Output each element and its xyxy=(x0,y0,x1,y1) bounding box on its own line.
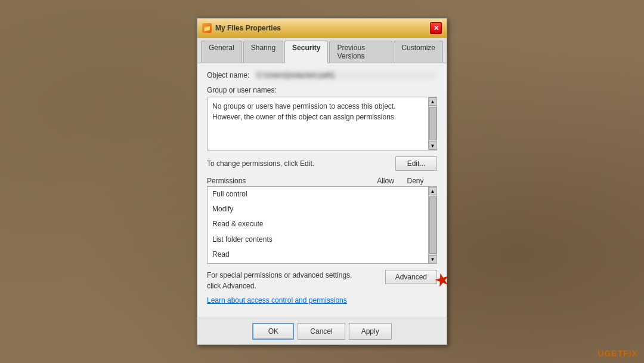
perm-row-read: Read xyxy=(208,247,436,262)
tab-bar: General Sharing Security Previous Versio… xyxy=(197,38,447,63)
window-title: My Files Properties xyxy=(215,24,281,32)
group-scrollbar[interactable]: ▲ ▼ xyxy=(428,97,436,150)
permissions-label: Permissions xyxy=(207,177,369,185)
perm-scrollbar[interactable]: ▲ ▼ xyxy=(428,187,436,263)
advanced-btn-wrap: Advanced ★ xyxy=(385,270,437,284)
perm-row-read-execute: Read & execute xyxy=(208,217,436,232)
object-name-value: C:\Users\[redacted path] xyxy=(254,70,437,80)
scrollbar-thumb[interactable] xyxy=(429,107,436,140)
permissions-box: Full control Modify Read & execute List … xyxy=(207,186,437,264)
dialog-window: 📁 My Files Properties ✕ General Sharing … xyxy=(197,18,447,345)
perm-scrollbar-thumb[interactable] xyxy=(429,196,436,254)
scrollbar-up-arrow[interactable]: ▲ xyxy=(429,97,437,106)
group-text-line2: However, the owner of this object can as… xyxy=(212,113,396,121)
apply-button[interactable]: Apply xyxy=(349,323,392,340)
advanced-text: For special permissions or advanced sett… xyxy=(207,270,379,291)
tab-customize[interactable]: Customize xyxy=(394,41,443,63)
permissions-header: Permissions Allow Deny xyxy=(207,177,437,185)
cancel-button[interactable]: Cancel xyxy=(298,323,345,340)
perm-scrollbar-up[interactable]: ▲ xyxy=(429,187,437,195)
tab-sharing[interactable]: Sharing xyxy=(243,41,283,63)
watermark: UGETFIX xyxy=(597,349,638,358)
perm-row-full-control: Full control xyxy=(208,187,436,202)
learn-link[interactable]: Learn about access control and permissio… xyxy=(207,296,437,304)
perm-row-modify: Modify xyxy=(208,202,436,217)
tab-general[interactable]: General xyxy=(201,41,242,63)
dialog-footer: OK Cancel Apply xyxy=(197,318,447,344)
advanced-text-line1: For special permissions or advanced sett… xyxy=(207,271,352,279)
group-text-line1: No groups or users have permission to ac… xyxy=(212,102,395,110)
advanced-text-line2: click Advanced. xyxy=(207,282,256,290)
close-button[interactable]: ✕ xyxy=(430,22,442,34)
tab-previous-versions[interactable]: Previous Versions xyxy=(329,41,392,63)
group-box: No groups or users have permission to ac… xyxy=(207,97,437,150)
dialog-content: Object name: C:\Users\[redacted path] Gr… xyxy=(197,63,447,318)
group-text: No groups or users have permission to ac… xyxy=(212,101,432,122)
advanced-row: For special permissions or advanced sett… xyxy=(207,270,437,291)
group-section-label: Group or user names: xyxy=(207,86,437,94)
perm-scrollbar-down[interactable]: ▼ xyxy=(429,255,437,263)
perm-row-list-folder: List folder contents xyxy=(208,232,436,247)
deny-label: Deny xyxy=(402,177,429,185)
edit-button[interactable]: Edit... xyxy=(395,156,437,171)
perm-row-write: Write xyxy=(208,262,436,264)
edit-text: To change permissions, click Edit. xyxy=(207,159,314,168)
tab-security[interactable]: Security xyxy=(284,41,328,63)
title-bar: 📁 My Files Properties ✕ xyxy=(197,19,447,38)
scrollbar-down-arrow[interactable]: ▼ xyxy=(429,141,437,150)
advanced-button[interactable]: Advanced xyxy=(385,270,437,284)
ok-button[interactable]: OK xyxy=(252,323,294,340)
object-name-row: Object name: C:\Users\[redacted path] xyxy=(207,70,437,80)
title-bar-left: 📁 My Files Properties xyxy=(202,23,281,33)
folder-icon: 📁 xyxy=(202,23,212,33)
edit-row: To change permissions, click Edit. Edit.… xyxy=(207,156,437,171)
object-name-label: Object name: xyxy=(207,71,249,79)
allow-label: Allow xyxy=(369,177,402,185)
